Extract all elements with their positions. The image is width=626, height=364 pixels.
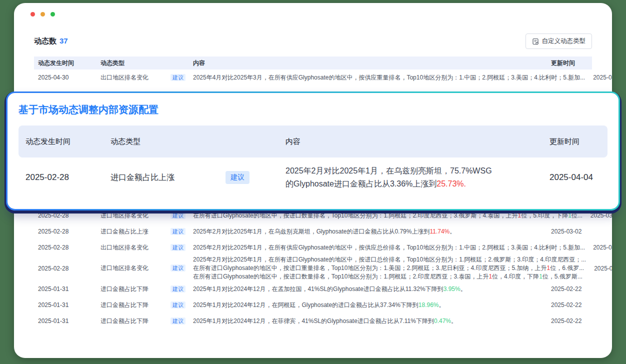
table-row[interactable]: 2025-01-31进口金额占比下降建议2025年1月对比2024年12月，在孟…: [34, 281, 592, 297]
row-updated: 2025-02-22: [547, 318, 592, 324]
window-minimize-button[interactable]: [40, 12, 45, 16]
row-updated: 2025-03-02: [589, 244, 612, 251]
callout-column-type: 动态类型: [104, 137, 218, 146]
row-date: 2025-02-28: [34, 244, 96, 251]
row-date: 2025-02-28: [34, 228, 96, 235]
suggestion-badge: 建议: [170, 302, 186, 308]
row-updated: 2025-03-02: [590, 265, 612, 272]
row-updated: 2025-03-04: [586, 212, 612, 219]
table-row[interactable]: 2025-01-31进口金额占比下降建议2025年1月对比2024年12月，在菲…: [34, 313, 592, 329]
row-type: 进口金额占比下降: [96, 317, 166, 326]
custom-type-icon: [532, 38, 539, 45]
row-type: 进口地区排名变化: [96, 264, 166, 272]
table-row[interactable]: 2025-02-28出口地区排名变化建议2025年2月对比2025年1月，在所有…: [34, 240, 592, 256]
callout-row-content: 2025年2月对比2025年1月，在乌兹别亮斯坦，75.7%WSG的Glypho…: [278, 164, 542, 190]
column-header-content: 内容: [189, 59, 547, 68]
custom-type-button-label: 自定义动态类型: [542, 37, 586, 46]
suggestion-badge: 建议: [170, 244, 186, 251]
row-content: 2025年2月对比2025年1月，在所有供应Glyphosate的地区中，按供应…: [189, 244, 589, 252]
callout-table-row[interactable]: 2025-02-28 进口金额占比上涨 建议 2025年2月对比2025年1月，…: [18, 164, 608, 190]
callout-column-time: 动态发生时间: [18, 137, 104, 146]
callout-row-date: 2025-02-28: [18, 172, 104, 182]
window-titlebar: [14, 3, 612, 16]
row-type: 出口地区排名变化: [96, 74, 166, 82]
window-close-button[interactable]: [30, 12, 35, 16]
row-updated: 2025-02-22: [547, 302, 592, 308]
row-content: 2025年1月对比2024年12月，在菲律宾，41%SL的Glyphosate进…: [189, 317, 547, 326]
row-content: 2025年1月对比2024年12月，在阿根廷，Glyphosate的进口金额占比…: [189, 301, 547, 310]
row-date: 2025-02-28: [34, 212, 96, 219]
row-content: 2025年1月对比2024年12月，在孟加拉国，41%SL的Glyphosate…: [189, 285, 547, 294]
callout-table-header: 动态发生时间 动态类型 内容 更新时间: [18, 126, 608, 158]
row-date: 2025-02-28: [34, 265, 96, 272]
row-content: 2025年2月对比2025年1月，在乌兹别克斯坦，Glyphosate的进口金额…: [189, 228, 547, 236]
row-updated: 2025-03-02: [547, 228, 592, 235]
row-type: 出口地区排名变化: [96, 244, 166, 252]
row-date: 2025-01-31: [34, 302, 96, 308]
row-content: 在所有进口Glyphosate的地区中，按进口数量排名，Top10地区分别为：1…: [189, 212, 586, 220]
row-type: 进口地区排名变化: [96, 212, 166, 220]
row-updated: 2025-05-04: [589, 74, 612, 81]
row-updated: 2025-02-22: [547, 286, 592, 292]
callout-title: 基于市场动态调整内部资源配置: [18, 103, 608, 116]
row-date: 2025-01-31: [34, 318, 96, 324]
highlight-callout-panel: 基于市场动态调整内部资源配置 动态发生时间 动态类型 内容 更新时间 2025-…: [6, 92, 620, 210]
suggestion-badge: 建议: [170, 212, 186, 219]
column-header-updated: 更新时间: [547, 59, 592, 68]
suggestion-badge: 建议: [170, 286, 186, 292]
column-header-time: 动态发生时间: [34, 59, 96, 68]
dynamics-count-value: 37: [60, 36, 68, 45]
dynamics-count: 动态数37: [34, 36, 68, 46]
callout-column-content: 内容: [278, 137, 542, 146]
suggestion-badge: 建议: [170, 264, 186, 272]
suggestion-badge: 建议: [170, 74, 186, 81]
row-date: 2025-04-30: [34, 74, 96, 81]
suggestion-badge: 建议: [170, 318, 186, 324]
table-header-row: 动态发生时间 动态类型 内容 更新时间: [34, 56, 592, 70]
table-row[interactable]: 2025-04-30出口地区排名变化建议2025年4月对比2025年3月，在所有…: [34, 70, 592, 86]
window-maximize-button[interactable]: [50, 12, 55, 16]
row-content: 2025年4月对比2025年3月，在所有供应Glyphosate的地区中，按供应…: [189, 74, 589, 82]
suggestion-badge: 建议: [170, 228, 186, 235]
row-type: 进口金额占比上涨: [96, 228, 166, 236]
table-row[interactable]: 2025-02-28进口金额占比上涨建议2025年2月对比2025年1月，在乌兹…: [34, 224, 592, 240]
row-content: 2025年2月对比2025年1月，在所有进口Glyphosate的地区中，按进口…: [189, 256, 590, 281]
dynamics-count-label: 动态数: [34, 36, 56, 45]
suggestion-badge: 建议: [226, 171, 250, 184]
callout-row-updated: 2025-04-04: [542, 172, 608, 182]
callout-column-updated: 更新时间: [542, 137, 608, 146]
column-header-type: 动态类型: [96, 59, 166, 68]
custom-dynamic-type-button[interactable]: 自定义动态类型: [526, 34, 592, 49]
table-row[interactable]: 2025-02-28进口地区排名变化建议2025年2月对比2025年1月，在所有…: [34, 256, 592, 281]
row-date: 2025-01-31: [34, 286, 96, 292]
callout-row-type: 进口金额占比上涨: [104, 172, 218, 183]
table-row[interactable]: 2025-01-31进口金额占比下降建议2025年1月对比2024年12月，在阿…: [34, 297, 592, 313]
row-type: 进口金额占比下降: [96, 285, 166, 294]
row-type: 进口金额占比下降: [96, 301, 166, 310]
